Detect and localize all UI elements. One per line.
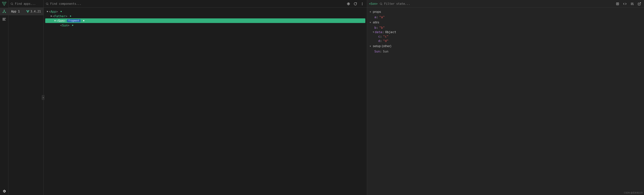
- svg-point-8: [348, 3, 349, 4]
- section-attrs[interactable]: ▼ attrs: [367, 19, 644, 26]
- tree-node-father[interactable]: ▼ <Father>: [45, 14, 367, 18]
- scroll-to-component-icon[interactable]: [615, 1, 620, 6]
- state-row[interactable]: d: "d": [367, 39, 644, 43]
- state-header: <Son>: [367, 0, 644, 8]
- svg-rect-3: [3, 18, 6, 18]
- caret-icon: ▼: [369, 45, 372, 47]
- svg-point-7: [46, 3, 48, 4]
- caret-icon: ▼: [46, 10, 49, 13]
- state-row[interactable]: c: "c": [367, 34, 644, 39]
- state-content: ▼ props a: "a" ▼ attrs b: "b" ▼ data: Ob…: [367, 8, 644, 195]
- app-list-item[interactable]: App 1 3.4.21: [8, 8, 44, 15]
- svg-point-15: [617, 3, 618, 4]
- tree-node-son[interactable]: ▼ <Son> fragment: [45, 18, 365, 23]
- caret-icon: ▼: [369, 21, 372, 24]
- open-in-new-icon[interactable]: [637, 1, 642, 6]
- apps-search-row: [8, 0, 44, 8]
- more-icon[interactable]: [360, 1, 365, 6]
- changed-indicator: [70, 16, 71, 17]
- section-setup[interactable]: ▼ setup (other): [367, 43, 644, 49]
- svg-point-1: [3, 12, 3, 13]
- components-header: [44, 0, 367, 8]
- select-element-icon[interactable]: [346, 1, 351, 6]
- svg-point-10: [362, 2, 363, 3]
- svg-point-11: [362, 4, 363, 4]
- svg-point-6: [11, 3, 13, 4]
- search-icon: [46, 2, 49, 5]
- svg-rect-14: [616, 3, 619, 5]
- vue-icon: [26, 10, 29, 13]
- component-tree: ▼ <App> ▼ <Father> ▼ <Son> fragment <Sun…: [44, 8, 367, 195]
- tree-node-sun[interactable]: <Sun>: [45, 23, 367, 28]
- state-row[interactable]: Sun: Sun: [367, 49, 644, 54]
- changed-indicator: [72, 25, 73, 26]
- caret-icon: ▼: [372, 31, 375, 33]
- components-search-input[interactable]: [50, 2, 344, 6]
- app-name: App 1: [11, 10, 24, 13]
- search-icon: [380, 2, 382, 5]
- watermark: CSDN @田本初123: [624, 191, 642, 194]
- timeline-tab-icon[interactable]: [0, 15, 8, 23]
- svg-rect-4: [3, 19, 4, 20]
- show-render-code-icon[interactable]: [622, 1, 628, 6]
- search-icon: [10, 2, 14, 5]
- state-row[interactable]: b: "b": [367, 26, 644, 30]
- svg-point-12: [362, 4, 363, 5]
- svg-point-0: [4, 10, 4, 10]
- selected-component-name: <Son>: [369, 2, 378, 6]
- fragment-badge: fragment: [67, 19, 80, 22]
- state-row-expandable[interactable]: ▼ data: Object: [367, 30, 644, 34]
- refresh-icon[interactable]: [353, 1, 358, 6]
- state-row[interactable]: a: "a": [367, 15, 644, 19]
- apps-panel: App 1 3.4.21: [8, 0, 44, 195]
- state-filter-input[interactable]: [384, 2, 613, 6]
- panel-drag-handle[interactable]: ◂: [42, 95, 44, 100]
- section-props[interactable]: ▼ props: [367, 9, 644, 15]
- svg-point-13: [380, 3, 382, 4]
- tool-rail: [0, 0, 8, 195]
- app-version: 3.4.21: [26, 10, 41, 13]
- settings-icon[interactable]: [0, 187, 8, 195]
- components-tab-icon[interactable]: [0, 8, 8, 15]
- svg-rect-5: [3, 20, 5, 20]
- caret-icon: ▼: [54, 20, 56, 22]
- caret-icon: ▼: [50, 15, 52, 18]
- svg-point-2: [5, 12, 6, 13]
- changed-indicator: [60, 11, 62, 12]
- state-panel: <Son> ▼ props: [367, 0, 644, 195]
- tree-node-app[interactable]: ▼ <App>: [45, 9, 367, 14]
- components-panel: ◂ ▼ <App>: [44, 0, 367, 195]
- inspect-dom-icon[interactable]: [630, 1, 635, 6]
- changed-indicator: [83, 20, 84, 21]
- caret-icon: ▼: [369, 11, 372, 13]
- vue-logo: [0, 0, 8, 8]
